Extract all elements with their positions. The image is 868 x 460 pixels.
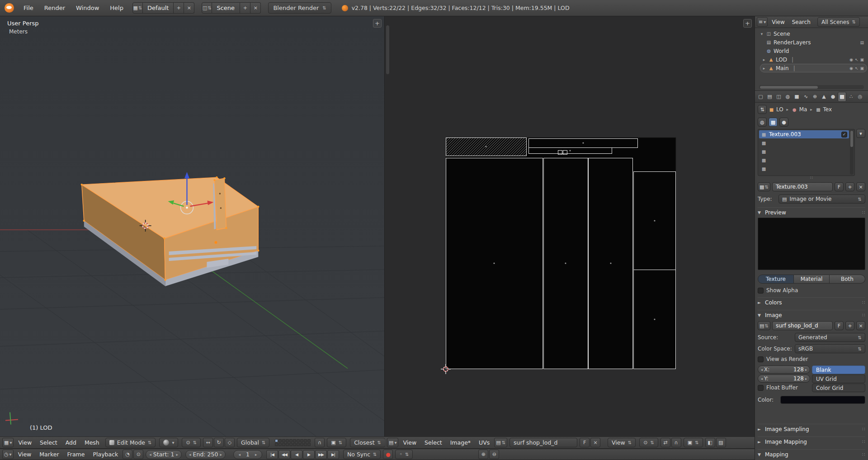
scene-delete-button[interactable]: ×: [250, 2, 261, 14]
manipulator-scale-button[interactable]: ◇: [225, 438, 235, 447]
region-expand-button[interactable]: +: [373, 19, 382, 28]
current-frame-field[interactable]: ◂ 1 ▸: [233, 450, 262, 459]
menu-view-outliner[interactable]: View: [769, 19, 788, 25]
material-texture-context-button[interactable]: ▩: [769, 118, 778, 127]
panel-drag-icon[interactable]: ∷: [862, 313, 865, 318]
scene-name[interactable]: Scene: [212, 2, 240, 14]
menu-view-uv[interactable]: View: [399, 439, 420, 446]
menu-image-uv[interactable]: Image*: [447, 439, 474, 446]
menu-select-3d[interactable]: Select: [36, 439, 61, 446]
renderable-camera-icon[interactable]: ▣: [860, 66, 864, 71]
breadcrumb-material[interactable]: Ma: [799, 106, 807, 113]
screen-layout-add-button[interactable]: +: [174, 2, 184, 14]
texture-slot-empty[interactable]: ▩: [759, 165, 849, 173]
tab-physics[interactable]: ◎: [856, 92, 864, 102]
layer-toggle[interactable]: [300, 439, 303, 442]
menu-add-3d[interactable]: Add: [62, 439, 80, 446]
image-name-field[interactable]: surf shop_lod_d: [509, 438, 577, 447]
visibility-eye-icon[interactable]: ◉: [849, 66, 853, 71]
layer-toggle[interactable]: [293, 439, 296, 442]
layer-toggle[interactable]: [297, 439, 300, 442]
other-texture-context-button[interactable]: ●: [779, 118, 788, 127]
outliner-item-main[interactable]: ▸ ▲ Main | ◉ ↖ ▣: [760, 64, 867, 72]
texture-slot-empty[interactable]: ▩: [759, 156, 849, 164]
layer-toggle[interactable]: [304, 443, 307, 446]
panel-header-colors[interactable]: ► Colors ∷: [758, 297, 865, 306]
slot-specials-menu-button[interactable]: ▾: [856, 129, 865, 138]
tab-texture[interactable]: ▩: [838, 92, 846, 102]
tab-material[interactable]: ●: [829, 92, 837, 102]
decrement-icon[interactable]: ◂: [149, 452, 151, 457]
uv-draw-type-button[interactable]: ◧: [705, 438, 715, 447]
generated-type-uv-grid[interactable]: UV Grid: [812, 375, 865, 383]
preview-material-button[interactable]: Material: [794, 275, 830, 284]
menu-window[interactable]: Window: [71, 0, 104, 16]
image-browse-button[interactable]: ▤⇅: [758, 321, 770, 330]
tab-render[interactable]: ▢: [756, 92, 765, 102]
jump-to-start-button[interactable]: |◀: [266, 450, 278, 459]
transform-orientation-select[interactable]: Global ⇅: [237, 438, 269, 447]
manipulator-translate-button[interactable]: ↔: [203, 438, 213, 447]
snap-element-select[interactable]: ▣ ⇅: [327, 438, 346, 447]
outliner-item-scene[interactable]: ▾ ◫ Scene: [758, 29, 867, 38]
show-alpha-checkbox[interactable]: [758, 288, 764, 294]
world-texture-context-button[interactable]: ◍: [758, 118, 767, 127]
texture-slot-active[interactable]: ▩ Texture.003 ✓: [759, 130, 849, 138]
outliner-filter-select[interactable]: All Scenes ⇅: [817, 17, 860, 27]
manipulator-rotate-button[interactable]: ↻: [214, 438, 224, 447]
increment-icon[interactable]: ▸: [255, 452, 257, 457]
uv-image-editor[interactable]: +: [385, 16, 755, 436]
viewport-shading-select[interactable]: ▾: [159, 438, 178, 447]
selectable-pointer-icon[interactable]: ↖: [855, 57, 859, 62]
generated-width-field[interactable]: ◂ X: 128 ▸: [758, 365, 810, 374]
snap-toggle-magnet-icon[interactable]: ∩: [315, 438, 325, 447]
tab-object[interactable]: ■: [793, 92, 801, 102]
panel-header-image-sampling[interactable]: ► Image Sampling ∷: [758, 424, 865, 433]
panel-drag-icon[interactable]: ∷: [862, 300, 865, 305]
screen-layout-browse-icon[interactable]: ▦⇅: [132, 2, 143, 14]
jump-to-end-button[interactable]: ▶|: [327, 450, 339, 459]
texture-name-field[interactable]: Texture.003: [772, 182, 833, 191]
layer-toggle[interactable]: [278, 443, 282, 446]
menu-select-uv[interactable]: Select: [421, 439, 446, 446]
fake-user-button[interactable]: F: [835, 182, 844, 191]
layer-toggle[interactable]: [297, 443, 300, 446]
panel-header-image[interactable]: ▼ Image ∷: [758, 310, 865, 319]
breadcrumb-texture[interactable]: Tex: [823, 106, 832, 113]
scene-browse-icon[interactable]: ◫⇅: [202, 2, 212, 14]
tab-render-layers[interactable]: ▤: [765, 92, 774, 102]
visibility-eye-icon[interactable]: ◉: [849, 57, 853, 62]
menu-search-outliner[interactable]: Search: [789, 19, 814, 25]
view-as-render-checkbox[interactable]: [758, 356, 764, 362]
display-mode-select[interactable]: View ⇅: [608, 438, 636, 447]
menu-file[interactable]: File: [19, 0, 38, 16]
panel-drag-icon[interactable]: ∷: [862, 439, 865, 444]
panel-drag-icon[interactable]: ∷: [862, 452, 865, 457]
uv-sync-selection-button[interactable]: ⇄: [660, 438, 670, 447]
texture-type-select[interactable]: ▤ Image or Movie ⇅: [778, 194, 865, 204]
next-keyframe-button[interactable]: ▶▶: [315, 450, 327, 459]
decrement-icon[interactable]: ◂: [238, 452, 241, 457]
tab-modifiers[interactable]: ⊕: [811, 92, 819, 102]
menu-mesh-3d[interactable]: Mesh: [81, 439, 103, 446]
texture-slot-list[interactable]: ▩ Texture.003 ✓ ▩ ▩ ▩ ▩: [758, 129, 855, 176]
menu-playback[interactable]: Playback: [89, 451, 122, 458]
editor-type-button[interactable]: ◷▾: [2, 450, 14, 459]
editor-type-button[interactable]: ▤▾: [387, 438, 398, 447]
screen-layout-name[interactable]: Default: [143, 2, 174, 14]
snap-target-select[interactable]: Closest ⇅: [350, 438, 385, 447]
outliner-item-lod[interactable]: ▸ ▲ LOD | ◉ ↖ ▣: [760, 55, 867, 64]
layer-toggle[interactable]: [278, 439, 282, 442]
texture-slot-empty[interactable]: ▩: [759, 147, 849, 156]
increment-icon[interactable]: ▸: [176, 452, 179, 457]
auto-keyframe-record-button[interactable]: ●: [383, 450, 393, 459]
expand-icon[interactable]: ▸: [762, 66, 766, 71]
layer-toggle[interactable]: [275, 439, 278, 442]
texture-browse-button[interactable]: ▩⇅: [758, 182, 770, 191]
menu-render[interactable]: Render: [39, 0, 70, 16]
menu-view-3d[interactable]: View: [14, 439, 35, 446]
layer-toggle[interactable]: [282, 439, 285, 442]
unlink-image-button[interactable]: ×: [856, 321, 865, 330]
panel-header-preview[interactable]: ▼ Preview ∷: [758, 207, 865, 216]
outliner-item-world[interactable]: ◍ World: [764, 47, 867, 55]
